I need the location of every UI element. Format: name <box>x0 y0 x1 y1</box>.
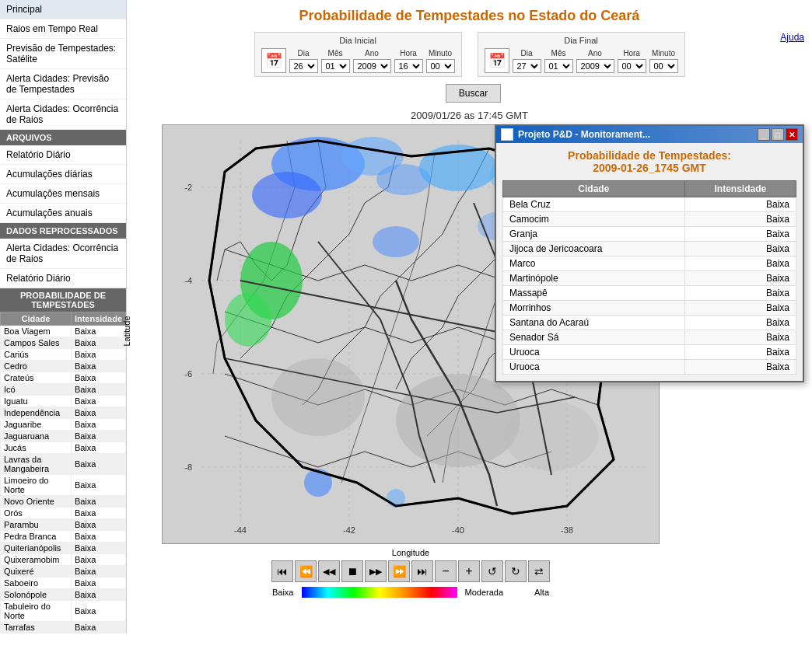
cidade-cell: Cariús <box>1 349 72 361</box>
cidade-cell: Novo Oriente <box>1 496 72 508</box>
float-cidade-cell: Morrinhos <box>503 301 685 316</box>
intensidade-cell: Baixa <box>71 519 125 531</box>
x-axis-label: Longitude <box>162 548 660 557</box>
sidebar-item-acum-anuais[interactable]: Acumulações anuais <box>0 204 126 223</box>
float-intensidade-cell: Baixa <box>684 360 796 375</box>
ctrl-rotate[interactable]: ↺ <box>481 560 503 582</box>
cidade-cell: Pedra Branca <box>1 531 72 543</box>
sidebar: Principal Raios em Tempo Real Previsão d… <box>0 0 127 633</box>
cidade-cell: Quixeré <box>1 566 72 578</box>
intensidade-cell: Baixa <box>71 622 125 633</box>
intensidade-cell: Baixa <box>71 601 125 622</box>
table-row: Tabuleiro do NorteBaixa <box>1 601 126 622</box>
ctrl-refresh[interactable]: ↻ <box>505 560 527 582</box>
ctrl-stop[interactable]: ⏹ <box>341 560 363 582</box>
controls-bar: Dia Inicial 📅 Dia 26 Mês 01 <box>127 28 812 81</box>
cidade-cell: Tabuleiro do Norte <box>1 601 72 622</box>
table-row: MartinópoleBaixa <box>503 271 796 286</box>
cidade-cell: Orós <box>1 508 72 519</box>
ctrl-first[interactable]: ⏮ <box>271 560 293 582</box>
left-cities-table: Cidade Intensidade Boa ViagemBaixaCampos… <box>0 312 126 633</box>
hora-final-select[interactable]: 00 <box>618 59 646 73</box>
ctrl-zoom-in[interactable]: + <box>458 560 480 582</box>
mes-inicial-select[interactable]: 01 <box>321 59 350 73</box>
hora-label-2: Hora <box>623 49 640 58</box>
cidade-cell: Tarrafas <box>1 622 72 633</box>
minuto-inicial-select[interactable]: 00 <box>426 59 455 73</box>
cidade-cell: Solonópole <box>1 589 72 601</box>
table-row: CamocimBaixa <box>503 212 796 227</box>
float-cidade-cell: Uruoca <box>503 345 685 360</box>
minuto-final-select[interactable]: 00 <box>649 59 678 73</box>
ctrl-prev[interactable]: ◀◀ <box>318 560 340 582</box>
sidebar-item-principal[interactable]: Principal <box>0 0 126 19</box>
dia-final-label: Dia Final <box>485 36 678 45</box>
svg-point-26 <box>373 226 419 257</box>
table-row: Novo OrienteBaixa <box>1 496 126 508</box>
intensidade-cell: Baixa <box>71 326 125 337</box>
ctrl-next-fast[interactable]: ⏩ <box>388 560 410 582</box>
ctrl-swap[interactable]: ⇄ <box>528 560 550 582</box>
intensidade-cell: Baixa <box>71 442 125 454</box>
sidebar-item-relatorio-diario[interactable]: Relatório Diário <box>0 145 126 165</box>
float-cidade-cell: Jijoca de Jericoacoara <box>503 242 685 256</box>
date-group-final: Dia Final 📅 Dia 27 Mês 01 <box>478 32 685 77</box>
intensidade-cell: Baixa <box>71 454 125 475</box>
ctrl-prev-fast[interactable]: ⏪ <box>295 560 317 582</box>
svg-text:-38: -38 <box>561 525 573 535</box>
cidade-cell: Quixeramobim <box>1 554 72 566</box>
intensidade-cell: Baixa <box>71 361 125 372</box>
search-button[interactable]: Buscar <box>446 84 501 103</box>
float-intensidade-cell: Baixa <box>684 301 796 316</box>
mes-final-select[interactable]: 01 <box>544 59 573 73</box>
dia-final-select[interactable]: 27 <box>513 59 541 73</box>
sidebar-item-raios[interactable]: Raios em Tempo Real <box>0 19 126 39</box>
float-minimize-btn[interactable]: _ <box>758 128 770 141</box>
table-row: TarrafasBaixa <box>1 622 126 633</box>
sidebar-item-alerta-raios-2[interactable]: Alerta Cidades: Ocorrência de Raios <box>0 239 126 269</box>
table-row: CariúsBaixa <box>1 349 126 361</box>
float-cidade-cell: Bela Cruz <box>503 197 685 212</box>
hora-inicial-select[interactable]: 16 <box>394 59 423 73</box>
sidebar-item-acum-diarias[interactable]: Acumulações diárias <box>0 165 126 184</box>
float-content: Probabilidade de Tempestades: 2009-01-26… <box>496 143 803 381</box>
help-link[interactable]: Ajuda <box>780 32 804 43</box>
intensidade-cell: Baixa <box>71 431 125 442</box>
ctrl-last[interactable]: ⏭ <box>411 560 433 582</box>
intensidade-cell: Baixa <box>71 566 125 578</box>
cidade-cell: Crateús <box>1 372 72 384</box>
ctrl-zoom-out[interactable]: − <box>435 560 457 582</box>
section-arquivos: ARQUIVOS <box>0 130 126 145</box>
sidebar-item-previsao[interactable]: Previsão de Tempestades: Satélite <box>0 39 126 69</box>
float-close-btn[interactable]: ✕ <box>786 128 798 141</box>
sidebar-item-alerta-previsao[interactable]: Alerta Cidades: Previsão de Tempestades <box>0 69 126 99</box>
ctrl-next[interactable]: ▶▶ <box>365 560 387 582</box>
sidebar-item-acum-mensais[interactable]: Acumulações mensais <box>0 184 126 204</box>
svg-text:-6: -6 <box>184 369 192 379</box>
table-row: CedroBaixa <box>1 361 126 372</box>
sidebar-item-alerta-raios[interactable]: Alerta Cidades: Ocorrência de Raios <box>0 99 126 130</box>
table-row: SolonópoleBaixa <box>1 589 126 601</box>
float-restore-btn[interactable]: □ <box>772 128 784 141</box>
ano-final-select[interactable]: 2009 <box>576 59 614 73</box>
calendar-icon-final[interactable]: 📅 <box>485 48 509 73</box>
float-cidade-cell: Uruoca <box>503 360 685 375</box>
float-cidade-cell: Marco <box>503 256 685 271</box>
cidade-cell: Saboeiro <box>1 578 72 589</box>
cidade-cell: Parambu <box>1 519 72 531</box>
ano-inicial-select[interactable]: 2009 <box>353 59 391 73</box>
table-row: Boa ViagemBaixa <box>1 326 126 337</box>
dia-inicial-label: Dia Inicial <box>261 36 455 45</box>
calendar-icon-inicial[interactable]: 📅 <box>261 48 286 73</box>
dia-inicial-select[interactable]: 26 <box>289 59 318 73</box>
table-row: Pedra BrancaBaixa <box>1 531 126 543</box>
float-intensidade-cell: Baixa <box>684 256 796 271</box>
cidade-cell: Quiterianópolis <box>1 543 72 554</box>
intensidade-cell: Baixa <box>71 349 125 361</box>
sidebar-item-relatorio-2[interactable]: Relatório Diário <box>0 269 126 288</box>
dia-label-1: Dia <box>297 49 309 58</box>
legend-moderada: Moderada <box>465 588 504 597</box>
map-controls: ⏮ ⏪ ◀◀ ⏹ ▶▶ ⏩ ⏭ − + ↺ ↻ ⇄ <box>162 560 660 582</box>
table-row: CrateúsBaixa <box>1 372 126 384</box>
svg-point-30 <box>304 469 332 497</box>
